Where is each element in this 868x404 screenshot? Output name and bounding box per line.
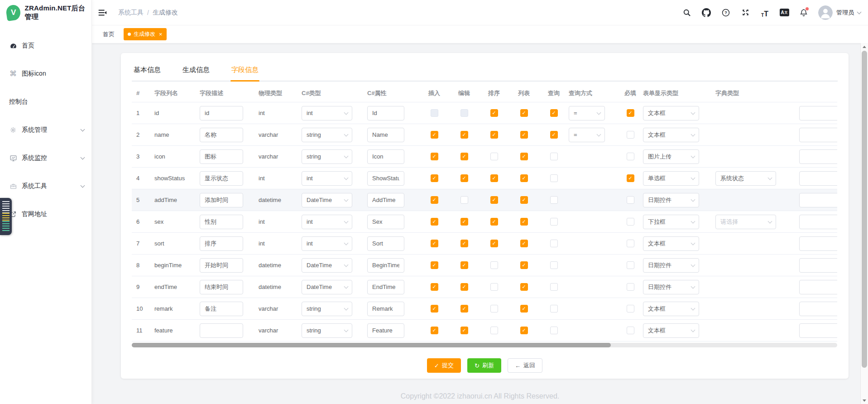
font-size-icon[interactable]: TT bbox=[760, 8, 770, 18]
field-desc-input[interactable] bbox=[200, 258, 243, 273]
query-checkbox[interactable] bbox=[550, 261, 558, 269]
sort-checkbox[interactable] bbox=[490, 196, 498, 204]
sort-checkbox[interactable] bbox=[490, 327, 498, 334]
cs-type-select[interactable]: string bbox=[302, 323, 352, 338]
cs-type-select[interactable]: int bbox=[302, 106, 352, 120]
insert-checkbox[interactable] bbox=[431, 174, 438, 182]
required-checkbox[interactable] bbox=[627, 283, 634, 291]
edit-checkbox[interactable] bbox=[460, 153, 468, 160]
required-checkbox[interactable] bbox=[627, 153, 634, 160]
search-icon[interactable] bbox=[682, 8, 692, 18]
edit-checkbox[interactable] bbox=[460, 109, 468, 117]
edit-checkbox[interactable] bbox=[460, 283, 468, 291]
horizontal-scrollbar[interactable] bbox=[132, 343, 837, 347]
edit-checkbox[interactable] bbox=[460, 218, 468, 226]
cs-type-select[interactable]: int bbox=[302, 171, 352, 186]
extra-field-input[interactable] bbox=[799, 149, 837, 164]
insert-checkbox[interactable] bbox=[431, 109, 438, 117]
cs-type-select[interactable]: DateTime bbox=[302, 280, 352, 294]
required-checkbox[interactable] bbox=[627, 131, 634, 139]
sort-checkbox[interactable] bbox=[490, 153, 498, 160]
insert-checkbox[interactable] bbox=[431, 131, 438, 139]
query-checkbox[interactable] bbox=[550, 327, 558, 334]
list-checkbox[interactable] bbox=[520, 174, 528, 182]
list-checkbox[interactable] bbox=[520, 109, 528, 117]
cs-type-select[interactable]: DateTime bbox=[302, 193, 352, 207]
display-type-select[interactable]: 文本框 bbox=[643, 236, 699, 251]
sidebar-item-首页[interactable]: 首页 bbox=[0, 32, 91, 60]
query-checkbox[interactable] bbox=[550, 131, 558, 139]
display-type-select[interactable]: 文本框 bbox=[643, 106, 699, 120]
sort-checkbox[interactable] bbox=[490, 283, 498, 291]
display-type-select[interactable]: 日期控件 bbox=[643, 280, 699, 294]
query-checkbox[interactable] bbox=[550, 109, 558, 117]
extra-field-input[interactable] bbox=[799, 236, 837, 251]
field-desc-input[interactable] bbox=[200, 215, 243, 229]
field-desc-input[interactable] bbox=[200, 302, 243, 316]
cs-property-input[interactable] bbox=[367, 302, 404, 316]
sidebar-item-系统管理[interactable]: 系统管理 bbox=[0, 116, 91, 144]
bell-icon[interactable] bbox=[799, 8, 809, 18]
vertical-scrollbar[interactable] bbox=[860, 43, 868, 404]
display-type-select[interactable]: 日期控件 bbox=[643, 193, 699, 207]
breadcrumb-parent[interactable]: 系统工具 bbox=[118, 9, 144, 17]
edit-checkbox[interactable] bbox=[460, 240, 468, 247]
dict-type-select[interactable]: 系统状态 bbox=[715, 171, 776, 186]
user-menu[interactable]: 管理员 bbox=[818, 5, 861, 20]
list-checkbox[interactable] bbox=[520, 305, 528, 313]
help-icon[interactable]: ? bbox=[721, 8, 731, 18]
tag-active[interactable]: 生成修改 × bbox=[124, 28, 167, 40]
edit-checkbox[interactable] bbox=[460, 174, 468, 182]
display-type-select[interactable]: 图片上传 bbox=[643, 149, 699, 164]
query-checkbox[interactable] bbox=[550, 174, 558, 182]
query-checkbox[interactable] bbox=[550, 153, 558, 160]
scroll-down-arrow[interactable] bbox=[861, 397, 868, 404]
required-checkbox[interactable] bbox=[627, 305, 634, 313]
field-desc-input[interactable] bbox=[200, 128, 243, 142]
query-checkbox[interactable] bbox=[550, 240, 558, 247]
extra-field-input[interactable] bbox=[799, 171, 837, 186]
submit-button[interactable]: ✓ 提交 bbox=[427, 358, 461, 373]
horizontal-scrollbar-thumb[interactable] bbox=[132, 343, 611, 347]
insert-checkbox[interactable] bbox=[431, 218, 438, 226]
sort-checkbox[interactable] bbox=[490, 109, 498, 117]
sidebar-collapse-icon[interactable] bbox=[96, 7, 108, 19]
cs-property-input[interactable] bbox=[367, 323, 404, 338]
insert-checkbox[interactable] bbox=[431, 305, 438, 313]
display-type-select[interactable]: 文本框 bbox=[643, 128, 699, 142]
extra-field-input[interactable] bbox=[799, 302, 837, 316]
vertical-scrollbar-thumb[interactable] bbox=[862, 51, 867, 368]
sort-checkbox[interactable] bbox=[490, 218, 498, 226]
field-desc-input[interactable] bbox=[200, 280, 243, 294]
cs-property-input[interactable] bbox=[367, 236, 404, 251]
list-checkbox[interactable] bbox=[520, 131, 528, 139]
query-mode-select[interactable]: = bbox=[569, 128, 605, 142]
required-checkbox[interactable] bbox=[627, 240, 634, 247]
translate-icon[interactable]: A文 bbox=[779, 8, 789, 18]
sidebar-item-系统工具[interactable]: 系统工具 bbox=[0, 172, 91, 200]
edit-checkbox[interactable] bbox=[460, 196, 468, 204]
list-checkbox[interactable] bbox=[520, 261, 528, 269]
list-checkbox[interactable] bbox=[520, 153, 528, 160]
extra-field-input[interactable] bbox=[799, 193, 837, 207]
cs-property-input[interactable] bbox=[367, 128, 404, 142]
cs-type-select[interactable]: int bbox=[302, 236, 352, 251]
field-desc-input[interactable] bbox=[200, 149, 243, 164]
required-checkbox[interactable] bbox=[627, 109, 634, 117]
extra-field-input[interactable] bbox=[799, 323, 837, 338]
sort-checkbox[interactable] bbox=[490, 174, 498, 182]
theme-picker-handle[interactable] bbox=[0, 198, 12, 235]
extra-field-input[interactable] bbox=[799, 128, 837, 142]
display-type-select[interactable]: 单选框 bbox=[643, 171, 699, 186]
sidebar-item-控制台[interactable]: 控制台 bbox=[0, 88, 91, 116]
cs-type-select[interactable]: int bbox=[302, 215, 352, 229]
sort-checkbox[interactable] bbox=[490, 261, 498, 269]
sort-checkbox[interactable] bbox=[490, 240, 498, 247]
field-desc-input[interactable] bbox=[200, 323, 243, 338]
sort-checkbox[interactable] bbox=[490, 305, 498, 313]
insert-checkbox[interactable] bbox=[431, 283, 438, 291]
list-checkbox[interactable] bbox=[520, 196, 528, 204]
field-desc-input[interactable] bbox=[200, 193, 243, 207]
tab-生成信息[interactable]: 生成信息 bbox=[182, 63, 211, 81]
cs-property-input[interactable] bbox=[367, 149, 404, 164]
